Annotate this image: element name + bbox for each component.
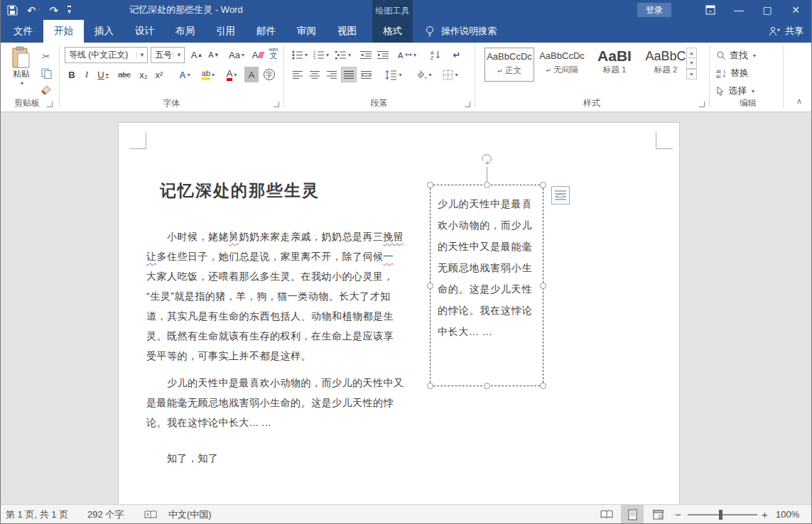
- borders-button[interactable]: ▾: [439, 67, 462, 82]
- font-color-button[interactable]: A▾: [222, 67, 242, 82]
- clipboard-dialog-launcher[interactable]: [47, 102, 53, 107]
- styles-dialog-launcher[interactable]: [699, 102, 705, 107]
- find-button[interactable]: 查找 ▾: [716, 48, 756, 62]
- bold-button[interactable]: B: [65, 67, 78, 82]
- language-indicator[interactable]: 中文(中国): [168, 505, 212, 524]
- doc-line[interactable]: 少儿的天性中是最喜欢小动物的，而少儿的天性中又: [146, 373, 391, 393]
- italic-button[interactable]: I: [81, 67, 92, 82]
- document-page[interactable]: 记忆深处的那些生灵 小时候，姥姥舅奶奶来家走亲戚，奶奶总是再三挽留让多住些日子，…: [118, 122, 680, 504]
- doc-line[interactable]: 灵。既然有生命就该有生存的权利，在生命上是应该享: [146, 326, 391, 346]
- zoom-level[interactable]: 100%: [776, 505, 799, 524]
- font-name-select[interactable]: 等线 (中文正文) ▼: [65, 47, 148, 63]
- show-marks-button[interactable]: ↵: [449, 47, 465, 62]
- align-left-button[interactable]: [290, 67, 305, 82]
- font-size-select[interactable]: 五号 ▼: [151, 47, 185, 63]
- doc-line[interactable]: “生灵”就是指的猪，羊，狗，猫一类动物。长大了才知: [146, 286, 391, 306]
- increase-indent-button[interactable]: [375, 47, 391, 62]
- resize-handle-top-left[interactable]: [427, 182, 433, 188]
- ribbon-display-options-button[interactable]: [700, 0, 721, 20]
- strikethrough-button[interactable]: abc: [115, 67, 134, 82]
- change-case-button[interactable]: Aa▾: [226, 47, 247, 62]
- font-dialog-launcher[interactable]: [274, 102, 279, 107]
- style-heading2[interactable]: AaBbC 标题 2: [641, 48, 691, 82]
- format-painter-button[interactable]: [38, 82, 54, 98]
- select-button[interactable]: 选择 ▾: [716, 84, 754, 98]
- tab-file[interactable]: 文件: [3, 20, 43, 43]
- enclose-characters-button[interactable]: 字: [261, 67, 277, 82]
- replace-button[interactable]: abac 替换: [716, 66, 749, 80]
- paragraph-3[interactable]: 知了，知了: [146, 448, 391, 468]
- resize-handle-bottom-left[interactable]: [427, 383, 433, 389]
- justify-button[interactable]: [341, 67, 357, 82]
- doc-line[interactable]: 道，其实凡是有生命的东西包括人、动物和植物都是生: [146, 306, 391, 326]
- paste-button[interactable]: 粘贴 ▾: [6, 46, 37, 99]
- maximize-button[interactable]: ▢: [757, 0, 778, 20]
- style-heading1[interactable]: AaBI 标题 1: [590, 48, 639, 82]
- copy-button[interactable]: [38, 65, 54, 81]
- web-layout-button[interactable]: [646, 505, 669, 524]
- distribute-button[interactable]: [358, 67, 375, 82]
- print-layout-button[interactable]: [621, 505, 644, 524]
- tab-view[interactable]: 视图: [327, 20, 367, 43]
- doc-line[interactable]: 大家人吃饭，还喂着那么多生灵。在我幼小的心灵里，: [146, 266, 391, 286]
- doc-line[interactable]: 论。我在这悖论中长大... ...: [146, 413, 391, 432]
- doc-line[interactable]: 让多住些日子，她们总是说，家里离不开，除了伺候一: [146, 246, 391, 266]
- word-count[interactable]: 292 个字: [87, 505, 124, 524]
- underline-button[interactable]: U▾: [94, 67, 112, 82]
- character-shading-button[interactable]: A: [244, 67, 259, 82]
- bullets-button[interactable]: ▾: [290, 47, 310, 62]
- text-box[interactable]: 少儿的天性中是最喜 欢小动物的，而少儿 的天性中又是最能毫 无顾忌地戕害弱小生 …: [430, 185, 543, 386]
- text-effects-button[interactable]: A▾: [175, 67, 195, 82]
- subscript-button[interactable]: x₂: [136, 67, 151, 82]
- multilevel-list-button[interactable]: ▾: [332, 47, 354, 62]
- close-button[interactable]: ✕: [785, 0, 806, 20]
- layout-options-button[interactable]: [551, 186, 570, 204]
- tab-insert[interactable]: 插入: [84, 20, 124, 43]
- resize-handle-top-right[interactable]: [540, 182, 546, 188]
- phonetic-guide-button[interactable]: wén文: [267, 45, 280, 61]
- tab-design[interactable]: 设计: [124, 20, 165, 43]
- resize-handle-middle-left[interactable]: [427, 283, 433, 289]
- resize-handle-middle-right[interactable]: [540, 283, 546, 289]
- shading-button[interactable]: ▾: [412, 67, 435, 82]
- paragraph-1[interactable]: 小时候，姥姥舅奶奶来家走亲戚，奶奶总是再三挽留让多住些日子，她们总是说，家里离不…: [146, 226, 391, 366]
- paragraph-2[interactable]: 少儿的天性中是最喜欢小动物的，而少儿的天性中又是最能毫无顾忌地戕害弱小生命的。这…: [146, 373, 391, 432]
- rotation-handle[interactable]: [479, 151, 494, 167]
- tab-review[interactable]: 审阅: [286, 20, 327, 43]
- tab-home[interactable]: 开始: [43, 20, 84, 43]
- sort-button[interactable]: AZ: [426, 47, 445, 62]
- gallery-scroll-down-button[interactable]: ▼: [686, 58, 697, 69]
- cut-button[interactable]: ✂: [38, 48, 54, 64]
- paragraph-dialog-launcher[interactable]: [465, 102, 470, 107]
- align-right-button[interactable]: [324, 67, 340, 82]
- clear-formatting-button[interactable]: A: [250, 47, 266, 62]
- doc-line[interactable]: 是最能毫无顾忌地戕害弱小生命的。这是少儿天性的悖: [146, 393, 391, 413]
- resize-handle-top-middle[interactable]: [484, 182, 490, 188]
- tab-mailings[interactable]: 邮件: [246, 20, 286, 43]
- shrink-font-button[interactable]: A▼: [206, 47, 222, 62]
- collapse-ribbon-button[interactable]: ∧: [796, 97, 802, 106]
- gallery-more-button[interactable]: ▼: [686, 69, 697, 80]
- doc-line[interactable]: 小时候，姥姥舅奶奶来家走亲戚，奶奶总是再三挽留: [146, 226, 391, 246]
- tell-me-search[interactable]: 操作说明搜索: [425, 20, 497, 43]
- highlight-color-button[interactable]: ab▾: [197, 67, 219, 82]
- sign-in-button[interactable]: 登录: [637, 3, 671, 17]
- asian-layout-button[interactable]: A ▾: [395, 47, 419, 62]
- share-button[interactable]: 共享: [769, 20, 803, 43]
- read-mode-button[interactable]: [595, 505, 618, 524]
- resize-handle-bottom-right[interactable]: [540, 383, 546, 389]
- document-heading[interactable]: 记忆深处的那些生灵: [160, 180, 320, 202]
- style-normal[interactable]: AaBbCcDc ↵ 正文: [485, 48, 534, 82]
- zoom-out-button[interactable]: −: [675, 505, 681, 524]
- grow-font-button[interactable]: A▲: [189, 47, 205, 62]
- text-box-content[interactable]: 少儿的天性中是最喜 欢小动物的，而少儿 的天性中又是最能毫 无顾忌地戕害弱小生 …: [438, 193, 532, 342]
- tab-format[interactable]: 格式: [372, 20, 413, 43]
- gallery-scroll-up-button[interactable]: ▲: [686, 48, 697, 58]
- style-no-spacing[interactable]: AaBbCcDc ↵ 无间隔: [537, 48, 587, 82]
- proofing-status-button[interactable]: [144, 505, 157, 524]
- minimize-button[interactable]: —: [728, 0, 749, 20]
- line-spacing-button[interactable]: ▾: [382, 67, 405, 82]
- superscript-button[interactable]: x²: [152, 67, 166, 82]
- decrease-indent-button[interactable]: [358, 47, 374, 62]
- tab-layout[interactable]: 布局: [165, 20, 205, 43]
